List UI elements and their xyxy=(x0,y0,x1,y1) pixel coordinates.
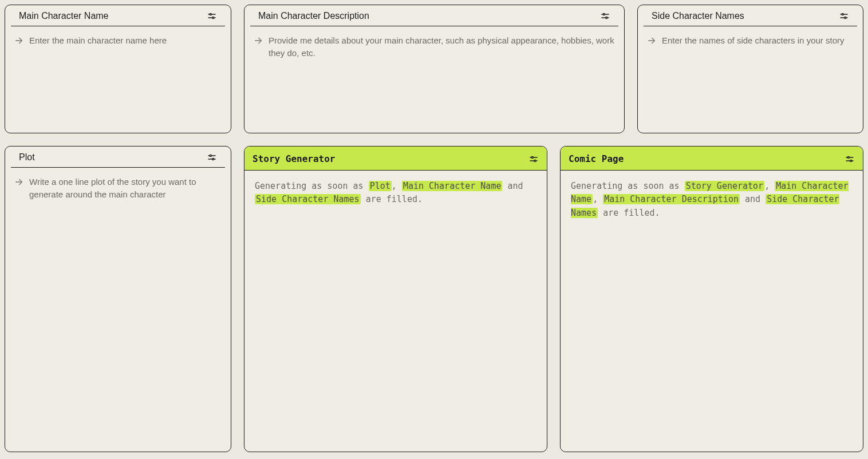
card-header: Main Character Description xyxy=(250,5,618,26)
card-title: Comic Page xyxy=(569,153,624,164)
svg-point-11 xyxy=(842,14,843,15)
card-header: Side Character Names xyxy=(644,5,857,26)
arrow-right-icon xyxy=(647,36,656,45)
svg-point-8 xyxy=(606,17,607,19)
status-text: are filled. xyxy=(361,194,423,204)
status-text: , xyxy=(392,181,402,191)
status-text: Generating as soon as xyxy=(571,181,685,191)
generator-status: Generating as soon as Plot, Main Charact… xyxy=(244,171,547,216)
card-title: Story Generator xyxy=(252,153,336,164)
card-body[interactable]: Provide me details about your main chara… xyxy=(244,26,624,133)
card-header: Story Generator xyxy=(244,147,547,171)
svg-point-6 xyxy=(603,14,605,15)
dependency-tag: Main Character Name xyxy=(402,181,503,191)
card-body[interactable]: Enter the names of side characters in yo… xyxy=(638,26,863,133)
card-title: Side Character Names xyxy=(652,11,744,21)
settings-icon[interactable] xyxy=(600,11,610,21)
settings-icon[interactable] xyxy=(207,11,217,21)
status-text: , xyxy=(593,194,603,204)
settings-icon[interactable] xyxy=(528,154,539,164)
status-text: , xyxy=(764,181,775,191)
top-row: Main Character Name Enter the main chara… xyxy=(5,5,863,133)
comic-page-card: Comic Page Generating as soon as Story G… xyxy=(560,146,863,452)
card-header: Main Character Name xyxy=(11,5,225,26)
bottom-row: Plot Write a one line plot of the story … xyxy=(5,146,863,452)
card-body[interactable]: Enter the main character name here xyxy=(5,26,231,133)
story-generator-card: Story Generator Generating as soon as Pl… xyxy=(244,146,547,452)
arrow-right-icon xyxy=(14,36,23,45)
dependency-tag: Plot xyxy=(369,181,392,191)
main-character-name-card: Main Character Name Enter the main chara… xyxy=(5,5,231,133)
card-header: Plot xyxy=(11,147,225,168)
svg-point-3 xyxy=(212,17,214,19)
status-text: and xyxy=(502,181,523,191)
card-title: Main Character Description xyxy=(258,11,369,21)
dependency-tag: Main Character Description xyxy=(603,194,740,204)
arrow-right-icon xyxy=(254,36,263,45)
status-text: Generating as soon as xyxy=(255,181,369,191)
svg-point-16 xyxy=(210,155,211,157)
svg-point-27 xyxy=(850,160,852,161)
settings-icon[interactable] xyxy=(207,152,217,163)
svg-point-18 xyxy=(212,159,214,160)
status-text: are filled. xyxy=(598,208,660,218)
input-placeholder: Provide me details about your main chara… xyxy=(269,34,615,60)
card-body[interactable]: Write a one line plot of the story you w… xyxy=(5,168,231,452)
generator-status: Generating as soon as Story Generator, M… xyxy=(561,171,863,229)
plot-card: Plot Write a one line plot of the story … xyxy=(5,146,231,452)
card-title: Plot xyxy=(19,152,35,163)
settings-icon[interactable] xyxy=(839,11,849,21)
arrow-right-icon xyxy=(14,177,23,187)
input-placeholder: Enter the names of side characters in yo… xyxy=(662,34,844,47)
svg-point-13 xyxy=(845,17,846,19)
input-placeholder: Write a one line plot of the story you w… xyxy=(29,176,222,201)
svg-point-25 xyxy=(847,156,849,158)
main-character-description-card: Main Character Description Provide me de… xyxy=(244,5,625,133)
card-title: Main Character Name xyxy=(19,11,109,21)
side-character-names-card: Side Character Names Enter the names of … xyxy=(637,5,863,133)
dependency-tag: Story Generator xyxy=(685,181,764,191)
svg-point-1 xyxy=(210,14,211,15)
status-text: and xyxy=(740,194,766,204)
svg-point-21 xyxy=(531,156,533,158)
svg-point-23 xyxy=(534,160,536,161)
card-header: Comic Page xyxy=(561,147,863,171)
input-placeholder: Enter the main character name here xyxy=(29,34,167,47)
dependency-tag: Side Character Names xyxy=(255,194,361,204)
settings-icon[interactable] xyxy=(845,154,855,164)
